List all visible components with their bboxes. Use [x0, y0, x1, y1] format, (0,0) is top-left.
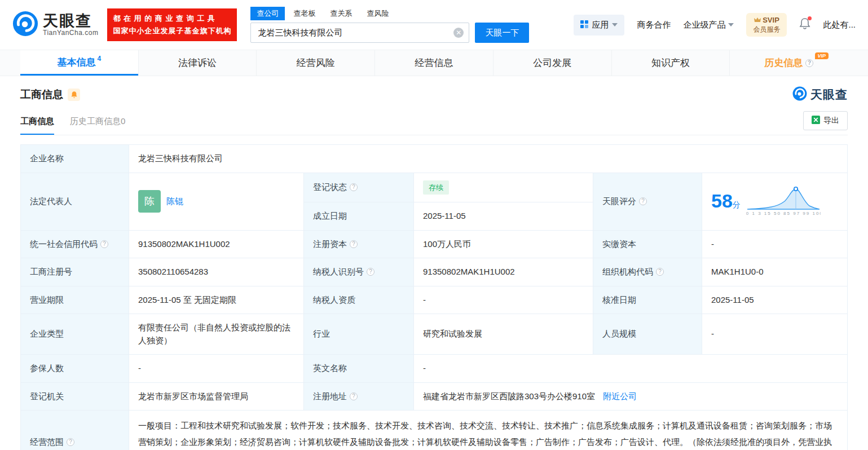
tab-intellectual-property-label: 知识产权 [651, 56, 690, 69]
business-scope-value: 一般项目：工程和技术研究和试验发展；软件开发；技术服务、技术开发、技术咨询、技术… [129, 411, 848, 450]
promo-banner: 都 在 用 的 商 业 查 询 工 具 国家中小企业发展子基金旗下机构 [107, 8, 237, 41]
company-type-value: 有限责任公司（非自然人投资或控股的法人独资） [129, 314, 304, 355]
table-row: 营业期限 2025-11-05 至 无固定期限 纳税人资质 - 核准日期 202… [21, 286, 848, 314]
table-row: 经营范围? 一般项目：工程和技术研究和试验发展；软件开发；技术服务、技术开发、技… [21, 411, 848, 450]
field-label: 经营范围? [21, 411, 129, 450]
header-more-text[interactable]: 此处有... [823, 20, 856, 30]
question-circle-icon[interactable]: ? [639, 197, 647, 205]
field-label: 行业 [304, 314, 414, 355]
field-label: 核准日期 [593, 286, 702, 314]
legal-rep-cell: 陈 陈锟 [129, 173, 304, 230]
industry-value: 研究和试验发展 [414, 314, 593, 355]
table-row: 参保人数 - 英文名称 - [21, 355, 848, 383]
table-row: 登记机关 龙岩市新罗区市场监督管理局 注册地址? 福建省龙岩市新罗区西陂路303… [21, 382, 848, 411]
search-tab-relation[interactable]: 查关系 [324, 7, 358, 20]
address-cell: 福建省龙岩市新罗区西陂路303号办公楼910室 附近公司 [414, 382, 848, 411]
field-label: 实缴资本 [593, 230, 702, 258]
subscribe-bell-icon[interactable] [68, 89, 80, 101]
nearby-companies-link[interactable]: 附近公司 [603, 391, 637, 401]
question-circle-icon[interactable]: ? [100, 240, 108, 248]
enterprise-products-link[interactable]: 企业级产品 [683, 20, 734, 30]
english-name-value: - [414, 355, 848, 383]
search-tab-boss[interactable]: 查老板 [287, 7, 321, 20]
score-axis-ticks: 0 1 3 15 50 85 97 99 100 [746, 210, 821, 217]
main-content: 工商信息 天眼查 工商信息 历史工商信息0 导出 [0, 76, 868, 450]
field-label: 纳税人识别号? [304, 258, 414, 286]
table-row: 企业名称 龙岩三快科技有限公司 [21, 145, 848, 173]
tab-legal-proceedings-label: 法律诉讼 [178, 56, 217, 69]
business-cooperation-link[interactable]: 商务合作 [637, 20, 671, 30]
section-title: 工商信息 [20, 87, 63, 102]
logo-text-en: TianYanCha.com [43, 29, 98, 37]
tab-company-development[interactable]: 公司发展 [493, 50, 611, 76]
question-circle-icon[interactable]: ? [350, 183, 358, 191]
tab-history-info[interactable]: 历史信息 ? VIP [729, 50, 848, 76]
top-header: 天眼查 TianYanCha.com 都 在 用 的 商 业 查 询 工 具 国… [0, 0, 868, 50]
field-label: 统一社会信用代码? [21, 230, 129, 258]
table-row: 法定代表人 陈 陈锟 登记状态? 存续 天眼评分? 58分 [21, 173, 848, 202]
tab-intellectual-property[interactable]: 知识产权 [611, 50, 730, 76]
field-label: 英文名称 [304, 355, 414, 383]
subtab-history-registration[interactable]: 历史工商信息0 [70, 116, 125, 135]
svip-label: SVIP [763, 16, 779, 25]
field-label: 纳税人资质 [304, 286, 414, 314]
subtab-business-registration[interactable]: 工商信息 [20, 116, 54, 135]
section-watermark-text: 天眼查 [810, 87, 848, 103]
search-tab-company[interactable]: 查公司 [250, 7, 285, 20]
field-label: 参保人数 [21, 355, 129, 383]
tab-basic-info[interactable]: 基本信息 4 [20, 50, 138, 76]
tab-basic-info-label: 基本信息 [58, 56, 96, 69]
question-circle-icon[interactable]: ? [350, 392, 358, 400]
search-tab-risk[interactable]: 查风险 [360, 7, 395, 20]
question-circle-icon[interactable]: ? [805, 59, 813, 67]
field-label: 成立日期 [304, 202, 414, 231]
field-label: 企业类型 [21, 314, 129, 355]
tianyancha-logo[interactable]: 天眼查 TianYanCha.com [12, 11, 98, 39]
field-label: 人员规模 [593, 314, 702, 355]
notification-dot [808, 16, 812, 20]
enterprise-products-label: 企业级产品 [683, 20, 725, 30]
svip-sub-label: 会员服务 [753, 25, 780, 34]
search-input[interactable] [250, 23, 469, 43]
apps-grid-icon [580, 20, 588, 30]
field-label: 法定代表人 [21, 173, 129, 230]
table-row: 工商注册号 350802110654283 纳税人识别号? 91350802MA… [21, 258, 848, 286]
field-label: 注册地址? [304, 382, 414, 411]
tianyancha-logo-icon [792, 86, 807, 103]
biz-term-value: 2025-11-05 至 无固定期限 [129, 286, 304, 314]
tab-business-info[interactable]: 经营信息 [374, 50, 493, 76]
apps-menu-button[interactable]: 应用 [574, 15, 624, 36]
tianyancha-logo-icon [12, 11, 38, 39]
notification-bell-icon[interactable] [799, 17, 810, 32]
tab-business-info-label: 经营信息 [415, 56, 453, 69]
search-button[interactable]: 天眼一下 [475, 23, 529, 43]
question-circle-icon[interactable]: ? [367, 268, 374, 276]
export-button[interactable]: 导出 [803, 111, 848, 130]
insured-value: - [129, 355, 304, 383]
score-value: 58 [711, 190, 733, 211]
legal-rep-avatar[interactable]: 陈 [138, 190, 161, 213]
company-section-tabs: 基本信息 4 法律诉讼 经营风险 经营信息 公司发展 知识产权 历史信息 ? V… [0, 50, 868, 76]
tab-operational-risk[interactable]: 经营风险 [256, 50, 374, 76]
svip-member-badge[interactable]: SVIP 会员服务 [746, 13, 787, 36]
credit-code-value: 91350802MAK1H1U002 [129, 230, 304, 258]
taxpayer-id-value: 91350802MAK1H1U002 [414, 258, 593, 286]
header-right-nav: 应用 商务合作 企业级产品 SVIP 会员服务 此处有... [574, 13, 856, 36]
question-circle-icon[interactable]: ? [67, 438, 74, 446]
tab-operational-risk-label: 经营风险 [297, 56, 335, 69]
tab-legal-proceedings[interactable]: 法律诉讼 [138, 50, 257, 76]
taxpayer-quality-value: - [414, 286, 593, 314]
crown-icon [754, 16, 761, 25]
logo-text-cn: 天眼查 [43, 13, 98, 29]
field-label: 登记状态? [304, 173, 414, 202]
score-unit: 分 [733, 200, 741, 209]
field-label: 注册资本? [304, 230, 414, 258]
question-circle-icon[interactable]: ? [656, 268, 664, 276]
question-circle-icon[interactable]: ? [350, 240, 358, 248]
legal-rep-link[interactable]: 陈锟 [166, 195, 183, 208]
field-label: 组织机构代码? [593, 258, 702, 286]
address-value: 福建省龙岩市新罗区西陂路303号办公楼910室 [423, 391, 595, 401]
search-tabs: 查公司 查老板 查关系 查风险 [250, 7, 529, 20]
promo-line1: 都 在 用 的 商 业 查 询 工 具 [113, 12, 231, 25]
status-badge: 存续 [423, 180, 449, 195]
